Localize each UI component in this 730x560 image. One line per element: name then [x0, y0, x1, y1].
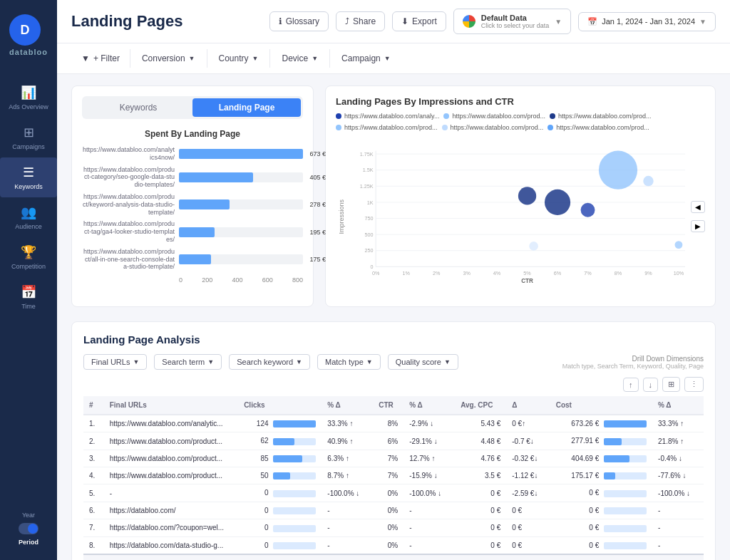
sort-down-button[interactable]: ↓	[643, 378, 659, 392]
cell-url: https://databloo.com/data-studio-g...	[104, 536, 238, 554]
svg-text:0%: 0%	[372, 270, 380, 276]
cost-bar	[604, 490, 647, 497]
scatter-title: Landing Pages By Impressions and CTR	[336, 96, 705, 107]
top-bar-right: ℹ Glossary ⤴ Share ⬇ Export Default Data…	[269, 9, 716, 34]
date-range-picker[interactable]: 📅 Jan 1, 2024 - Jan 31, 2024 ▼	[578, 12, 716, 31]
toggle-thumb	[28, 524, 38, 534]
campaign-filter[interactable]: Campaign ▼	[330, 49, 402, 68]
scatter-bubble	[581, 203, 595, 217]
cell-avg-cpc-delta: 0 €	[506, 519, 550, 536]
search-term-dim[interactable]: Search term ▼	[154, 354, 222, 370]
cell-clicks-delta: 8.7% ↑	[322, 467, 373, 484]
grand-total-ctr-delta: -55.4% ↓	[403, 554, 455, 560]
legend-label: https://www.databloo.com/prod...	[344, 124, 438, 131]
scatter-area-wrapper: Impressions 0 250 500	[336, 137, 705, 296]
tab-row: Keywords Landing Page	[82, 96, 303, 119]
cell-cost-delta: -	[652, 519, 704, 536]
share-button[interactable]: ⤴ Share	[336, 11, 385, 31]
y-axis-label: Impressions	[338, 199, 345, 234]
svg-text:7%: 7%	[584, 270, 592, 276]
sidebar-item-competition[interactable]: 🏆 Competition	[0, 237, 57, 277]
cell-avg-cpc: 0 €	[455, 519, 506, 536]
y-axis-label-wrapper: Impressions	[336, 137, 347, 296]
bar-track: 195 €	[179, 227, 303, 237]
table-row: 4. https://www.databloo.com/product... 5…	[83, 467, 704, 484]
final-urls-dim[interactable]: Final URLs ▼	[83, 354, 147, 370]
export-label: Export	[412, 16, 437, 26]
search-keyword-dim[interactable]: Search keyword ▼	[229, 354, 310, 370]
cell-avg-cpc-delta: 0 €	[506, 502, 550, 519]
scatter-prev-button[interactable]: ◀	[691, 201, 705, 213]
svg-text:8%: 8%	[615, 270, 622, 276]
export-button[interactable]: ⬇ Export	[392, 11, 446, 31]
cell-clicks: 0	[238, 536, 322, 554]
bar-fill	[179, 227, 215, 237]
cell-ctr: 7%	[373, 450, 403, 467]
cell-cost-delta: 21.8% ↑	[652, 432, 704, 450]
svg-text:250: 250	[364, 247, 373, 254]
scatter-next-button[interactable]: ▶	[691, 220, 705, 232]
match-type-dim[interactable]: Match type ▼	[317, 354, 381, 370]
more-options-button[interactable]: ⋮	[684, 377, 704, 392]
quality-score-dim[interactable]: Quality score ▼	[388, 354, 458, 370]
keywords-tab[interactable]: Keywords	[84, 98, 192, 117]
legend-label: https://www.databloo.com/prod...	[452, 113, 545, 120]
cell-ctr: 0%	[373, 484, 403, 502]
sidebar-item-ads-overview[interactable]: 📊 Ads Overview	[0, 78, 57, 118]
sidebar-item-audience[interactable]: 👥 Audience	[0, 197, 57, 237]
cell-cost-delta: -	[652, 502, 704, 519]
drill-down-label: Drill Down Dimensions Match type, Search…	[562, 355, 704, 370]
country-filter[interactable]: Country ▼	[207, 49, 271, 68]
legend-item: https://www.databloo.com/analy...	[336, 113, 439, 120]
match-type-label: Match type	[325, 358, 364, 366]
period-toggle[interactable]: Year Period	[19, 512, 38, 546]
chevron-down-icon: ▼	[252, 55, 259, 62]
sort-up-button[interactable]: ↑	[623, 378, 639, 392]
cell-clicks-delta: -	[322, 536, 373, 554]
legend-dot	[548, 125, 553, 130]
google-ads-pill[interactable]: Default Data Click to select your data ▼	[453, 9, 571, 34]
col-clicks: Clicks	[238, 396, 322, 415]
cell-clicks: 0	[238, 484, 322, 502]
grand-total-avg-cpc-delta: 0.67 €↑	[506, 554, 550, 560]
scatter-bubble	[545, 190, 570, 215]
legend-item: https://www.databloo.com/prod...	[336, 124, 438, 131]
cell-clicks: 124	[238, 415, 322, 432]
cell-cost-delta: -77.6% ↓	[652, 467, 704, 484]
cell-avg-cpc: 0 €	[455, 536, 506, 554]
cell-ctr-delta: -100.0% ↓	[403, 484, 455, 502]
legend-dot	[550, 113, 555, 119]
sidebar: D databloo 📊 Ads Overview ⊞ Campaigns ☰ …	[0, 0, 57, 560]
columns-button[interactable]: ⊞	[662, 377, 680, 392]
col-cost-delta: % Δ	[652, 396, 704, 415]
cell-ctr-delta: -	[403, 502, 455, 519]
cell-clicks-delta: -	[322, 502, 373, 519]
bar-row: https://www.databloo.com/product/keyword…	[82, 193, 303, 216]
sidebar-item-campaigns[interactable]: ⊞ Campaigns	[0, 118, 57, 157]
cell-avg-cpc: 0 €	[455, 502, 506, 519]
cell-cost: 0 €	[550, 536, 652, 554]
cell-avg-cpc: 3.5 €	[455, 467, 506, 484]
sidebar-item-keywords[interactable]: ☰ Keywords	[0, 157, 57, 197]
cell-cost: 404.69 €	[550, 450, 652, 467]
sidebar-item-time[interactable]: 📅 Time	[0, 277, 57, 317]
glossary-button[interactable]: ℹ Glossary	[269, 11, 329, 31]
bar-row: https://www.databloo.com/product/all-in-…	[82, 248, 303, 271]
chevron-down-icon: ▼	[312, 55, 318, 62]
svg-text:3%: 3%	[463, 270, 471, 276]
cell-cost-delta: -	[652, 536, 704, 554]
conversion-filter[interactable]: Conversion ▼	[130, 49, 207, 68]
quality-score-label: Quality score	[396, 358, 441, 366]
landing-page-tab[interactable]: Landing Page	[192, 98, 301, 117]
device-filter[interactable]: Device ▼	[270, 49, 330, 68]
calendar-icon: 📅	[587, 17, 597, 26]
chevron-down-icon: ▼	[296, 358, 302, 365]
logo[interactable]: D	[9, 14, 41, 46]
cell-avg-cpc-delta: -1.12 €↓	[506, 467, 550, 484]
cell-cost-delta: -0.4% ↓	[652, 450, 704, 467]
cell-ctr: 0%	[373, 502, 403, 519]
analysis-section: Landing Page Analysis Final URLs ▼ Searc…	[71, 321, 716, 560]
chevron-down-icon: ▼	[366, 358, 373, 365]
add-filter-button[interactable]: ▼ + Filter	[71, 49, 130, 68]
svg-text:5%: 5%	[523, 270, 531, 276]
